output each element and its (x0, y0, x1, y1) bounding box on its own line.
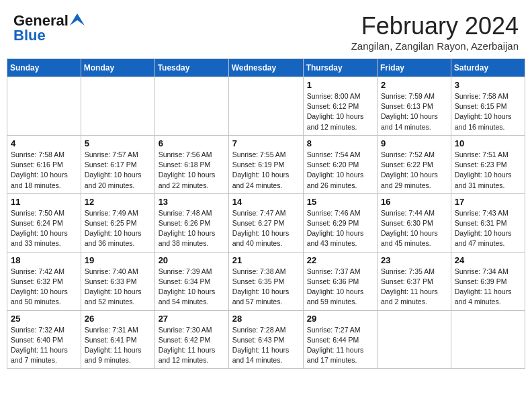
day-number: 19 (85, 255, 151, 265)
calendar-cell: 21Sunrise: 7:38 AM Sunset: 6:35 PM Dayli… (228, 252, 303, 310)
day-info: Sunrise: 7:47 AM Sunset: 6:27 PM Dayligh… (232, 208, 300, 249)
calendar-cell: 24Sunrise: 7:34 AM Sunset: 6:39 PM Dayli… (451, 252, 525, 310)
page-header: General Blue February 2024 Zangilan, Zan… (7, 7, 525, 54)
calendar-cell: 25Sunrise: 7:32 AM Sunset: 6:40 PM Dayli… (7, 310, 81, 369)
day-info: Sunrise: 7:50 AM Sunset: 6:24 PM Dayligh… (11, 208, 77, 249)
day-info: Sunrise: 7:52 AM Sunset: 6:22 PM Dayligh… (381, 150, 447, 191)
day-number: 20 (159, 255, 225, 265)
calendar-title: February 2024 (351, 12, 519, 40)
calendar-cell: 28Sunrise: 7:28 AM Sunset: 6:43 PM Dayli… (228, 310, 303, 369)
day-info: Sunrise: 7:27 AM Sunset: 6:44 PM Dayligh… (307, 325, 373, 366)
day-number: 29 (307, 314, 373, 324)
day-info: Sunrise: 7:38 AM Sunset: 6:35 PM Dayligh… (232, 267, 300, 308)
calendar-cell: 17Sunrise: 7:43 AM Sunset: 6:31 PM Dayli… (451, 193, 525, 252)
day-info: Sunrise: 7:58 AM Sunset: 6:16 PM Dayligh… (11, 150, 77, 191)
day-number: 13 (159, 197, 225, 207)
calendar-cell (7, 77, 81, 136)
day-info: Sunrise: 7:42 AM Sunset: 6:32 PM Dayligh… (11, 267, 77, 308)
calendar-cell: 23Sunrise: 7:35 AM Sunset: 6:37 PM Dayli… (378, 252, 451, 310)
day-number: 25 (11, 314, 77, 324)
day-header-monday: Monday (81, 59, 154, 77)
calendar-cell: 14Sunrise: 7:47 AM Sunset: 6:27 PM Dayli… (228, 193, 303, 252)
day-number: 12 (85, 197, 151, 207)
title-block: February 2024 Zangilan, Zangilan Rayon, … (351, 12, 519, 52)
day-info: Sunrise: 7:34 AM Sunset: 6:39 PM Dayligh… (455, 267, 521, 308)
calendar-cell: 9Sunrise: 7:52 AM Sunset: 6:22 PM Daylig… (378, 135, 451, 193)
calendar-cell: 10Sunrise: 7:51 AM Sunset: 6:23 PM Dayli… (451, 135, 525, 193)
day-header-sunday: Sunday (7, 59, 81, 77)
calendar-cell: 18Sunrise: 7:42 AM Sunset: 6:32 PM Dayli… (7, 252, 81, 310)
day-number: 9 (381, 138, 447, 148)
calendar-cell: 19Sunrise: 7:40 AM Sunset: 6:33 PM Dayli… (81, 252, 154, 310)
day-header-wednesday: Wednesday (228, 59, 303, 77)
logo-blue: Blue (13, 27, 46, 44)
calendar-cell (154, 77, 228, 136)
calendar-cell (451, 310, 525, 369)
day-number: 21 (232, 255, 300, 265)
day-info: Sunrise: 7:35 AM Sunset: 6:37 PM Dayligh… (381, 267, 447, 308)
calendar-cell: 27Sunrise: 7:30 AM Sunset: 6:42 PM Dayli… (154, 310, 228, 369)
day-info: Sunrise: 7:49 AM Sunset: 6:25 PM Dayligh… (85, 208, 151, 249)
calendar-cell: 1Sunrise: 8:00 AM Sunset: 6:12 PM Daylig… (303, 77, 377, 136)
day-info: Sunrise: 7:56 AM Sunset: 6:18 PM Dayligh… (159, 150, 225, 191)
day-info: Sunrise: 7:58 AM Sunset: 6:15 PM Dayligh… (455, 91, 521, 132)
day-info: Sunrise: 7:39 AM Sunset: 6:34 PM Dayligh… (159, 267, 225, 308)
day-info: Sunrise: 7:55 AM Sunset: 6:19 PM Dayligh… (232, 150, 300, 191)
calendar-cell: 20Sunrise: 7:39 AM Sunset: 6:34 PM Dayli… (154, 252, 228, 310)
day-number: 3 (455, 80, 521, 90)
day-number: 6 (159, 138, 225, 148)
calendar-cell: 16Sunrise: 7:44 AM Sunset: 6:30 PM Dayli… (378, 193, 451, 252)
svg-marker-0 (70, 13, 85, 26)
calendar-week-row: 4Sunrise: 7:58 AM Sunset: 6:16 PM Daylig… (7, 135, 525, 193)
calendar-week-row: 18Sunrise: 7:42 AM Sunset: 6:32 PM Dayli… (7, 252, 525, 310)
calendar-cell: 13Sunrise: 7:48 AM Sunset: 6:26 PM Dayli… (154, 193, 228, 252)
calendar-cell: 15Sunrise: 7:46 AM Sunset: 6:29 PM Dayli… (303, 193, 377, 252)
calendar-subtitle: Zangilan, Zangilan Rayon, Azerbaijan (351, 40, 519, 52)
day-info: Sunrise: 7:51 AM Sunset: 6:23 PM Dayligh… (455, 150, 521, 191)
calendar-cell: 22Sunrise: 7:37 AM Sunset: 6:36 PM Dayli… (303, 252, 377, 310)
calendar-cell: 11Sunrise: 7:50 AM Sunset: 6:24 PM Dayli… (7, 193, 81, 252)
calendar-header-row: SundayMondayTuesdayWednesdayThursdayFrid… (7, 59, 525, 77)
day-number: 2 (381, 80, 447, 90)
day-info: Sunrise: 7:32 AM Sunset: 6:40 PM Dayligh… (11, 325, 77, 366)
day-number: 28 (232, 314, 300, 324)
calendar-cell: 8Sunrise: 7:54 AM Sunset: 6:20 PM Daylig… (303, 135, 377, 193)
calendar-cell: 4Sunrise: 7:58 AM Sunset: 6:16 PM Daylig… (7, 135, 81, 193)
day-number: 16 (381, 197, 447, 207)
day-number: 4 (11, 138, 77, 148)
calendar-cell (378, 310, 451, 369)
day-number: 18 (11, 255, 77, 265)
day-header-saturday: Saturday (451, 59, 525, 77)
calendar-cell (81, 77, 154, 136)
calendar-week-row: 1Sunrise: 8:00 AM Sunset: 6:12 PM Daylig… (7, 77, 525, 136)
day-number: 23 (381, 255, 447, 265)
calendar-cell (228, 77, 303, 136)
day-info: Sunrise: 7:59 AM Sunset: 6:13 PM Dayligh… (381, 91, 447, 132)
day-number: 26 (85, 314, 151, 324)
calendar-cell: 3Sunrise: 7:58 AM Sunset: 6:15 PM Daylig… (451, 77, 525, 136)
day-number: 11 (11, 197, 77, 207)
calendar-cell: 5Sunrise: 7:57 AM Sunset: 6:17 PM Daylig… (81, 135, 154, 193)
day-info: Sunrise: 7:48 AM Sunset: 6:26 PM Dayligh… (159, 208, 225, 249)
day-info: Sunrise: 7:46 AM Sunset: 6:29 PM Dayligh… (307, 208, 373, 249)
calendar-cell: 2Sunrise: 7:59 AM Sunset: 6:13 PM Daylig… (378, 77, 451, 136)
day-number: 27 (159, 314, 225, 324)
day-info: Sunrise: 7:43 AM Sunset: 6:31 PM Dayligh… (455, 208, 521, 249)
day-info: Sunrise: 7:31 AM Sunset: 6:41 PM Dayligh… (85, 325, 151, 366)
day-info: Sunrise: 8:00 AM Sunset: 6:12 PM Dayligh… (307, 91, 373, 132)
calendar-cell: 29Sunrise: 7:27 AM Sunset: 6:44 PM Dayli… (303, 310, 377, 369)
day-header-thursday: Thursday (303, 59, 377, 77)
day-number: 22 (307, 255, 373, 265)
calendar-cell: 26Sunrise: 7:31 AM Sunset: 6:41 PM Dayli… (81, 310, 154, 369)
day-info: Sunrise: 7:30 AM Sunset: 6:42 PM Dayligh… (159, 325, 225, 366)
calendar-week-row: 25Sunrise: 7:32 AM Sunset: 6:40 PM Dayli… (7, 310, 525, 369)
day-number: 17 (455, 197, 521, 207)
day-header-friday: Friday (378, 59, 451, 77)
day-header-tuesday: Tuesday (154, 59, 228, 77)
day-number: 14 (232, 197, 300, 207)
logo: General Blue (13, 12, 85, 44)
day-number: 5 (85, 138, 151, 148)
day-info: Sunrise: 7:40 AM Sunset: 6:33 PM Dayligh… (85, 267, 151, 308)
day-number: 1 (307, 80, 373, 90)
day-number: 7 (232, 138, 300, 148)
